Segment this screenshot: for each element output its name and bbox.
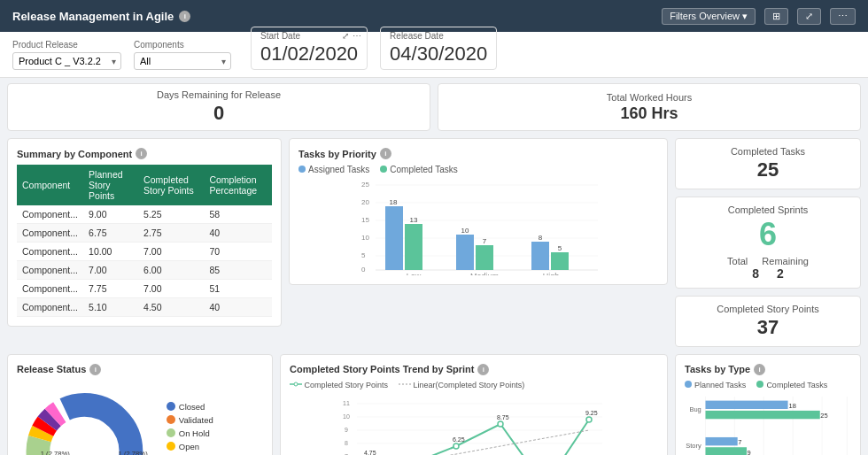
total-worked-value: 160 Hrs [620, 104, 678, 123]
table-cell: 10.00 [83, 243, 138, 261]
svg-text:Low: Low [407, 272, 422, 275]
product-release-filter: Product Release Product C _ V3.2.2 [12, 40, 121, 70]
svg-rect-17 [476, 245, 493, 270]
svg-text:9.25: 9.25 [585, 410, 598, 416]
svg-text:Medium: Medium [470, 272, 499, 275]
release-date-section: Release Date 04/30/2020 [380, 27, 497, 70]
release-status-title: Release Status [17, 364, 86, 374]
date-section: Start Date 01/02/2020 ⤢ ⋯ [251, 27, 368, 70]
table-cell: 5.25 [138, 205, 204, 224]
tasks-priority-title: Tasks by Priority [298, 149, 376, 159]
tasks-priority-card: Tasks by Priority i Assigned Tasks Compl… [289, 138, 668, 285]
svg-text:7: 7 [483, 237, 487, 245]
svg-text:Bug: Bug [689, 405, 701, 413]
table-row: Component...5.104.5040 [17, 298, 272, 317]
svg-text:10: 10 [461, 227, 469, 235]
components-select[interactable]: All [134, 52, 231, 70]
expand-button[interactable]: ⤢ [797, 8, 821, 25]
release-status-donut: 1 (2.78%) 1 (2.78%) 3 (5.96%) 4... 25 (6… [17, 381, 152, 455]
table-cell: 58 [204, 205, 272, 224]
tasks-priority-info-icon[interactable]: i [380, 148, 391, 159]
table-cell: Component... [17, 224, 83, 243]
completed-sprints-title: Completed Sprints [728, 204, 809, 215]
svg-rect-21 [551, 252, 569, 270]
summary-info-icon[interactable]: i [136, 148, 147, 159]
expand-date-icon[interactable]: ⤢ [342, 31, 349, 41]
completed-legend: Completed Tasks [380, 165, 458, 174]
svg-text:5: 5 [558, 244, 562, 252]
table-row: Component...6.752.7540 [17, 224, 272, 243]
table-cell: 6.75 [83, 224, 138, 243]
table-row: Component...9.005.2558 [17, 205, 272, 224]
sp-trend-card: Completed Story Points Trend by Sprint i… [280, 354, 668, 455]
table-cell: Component... [17, 243, 83, 261]
product-release-select[interactable]: Product C _ V3.2.2 [12, 52, 121, 70]
summary-table: Component Planned Story Points Completed… [17, 165, 272, 317]
completed-sprints-value: 6 [759, 217, 777, 252]
table-cell: Component... [17, 261, 83, 280]
donut-legend: Closed Validated On Hold Open Code Revie… [167, 402, 263, 455]
summary-title: Summary by Component [17, 149, 132, 159]
release-date-label: Release Date [390, 31, 444, 41]
days-remaining-value: 0 [213, 102, 224, 125]
filters-bar: Product Release Product C _ V3.2.2 Compo… [0, 32, 868, 78]
tasks-priority-chart: 25 20 15 10 5 0 18 1 [298, 178, 658, 275]
summary-card: Summary by Component i Component Planned… [7, 138, 282, 327]
svg-text:7: 7 [738, 438, 741, 446]
components-filter: Components All [134, 40, 231, 70]
col-completed-sp: Completed Story Points [138, 165, 204, 205]
days-remaining-card: Days Remaining for Release 0 [7, 83, 430, 131]
svg-text:11: 11 [343, 400, 350, 406]
svg-text:5: 5 [361, 251, 366, 259]
svg-line-71 [368, 430, 589, 455]
svg-text:1 (2.78%): 1 (2.78%) [119, 449, 149, 455]
svg-text:8: 8 [345, 440, 348, 446]
right-kpis: Completed Tasks 25 Completed Sprints 6 T… [675, 138, 861, 347]
filters-overview-button[interactable]: Filters Overview ▾ [662, 8, 756, 25]
svg-text:25: 25 [820, 412, 827, 420]
sp-trend-info-icon[interactable]: i [477, 364, 489, 375]
svg-text:High: High [543, 272, 560, 275]
completed-tasks-value: 25 [757, 158, 779, 181]
table-row: Component...7.757.0051 [17, 280, 272, 298]
start-date-value: 01/02/2020 [260, 42, 358, 66]
table-cell: 5.10 [83, 298, 138, 317]
svg-point-62 [498, 421, 503, 427]
total-worked-card: Total Worked Hours 160 Hrs [438, 83, 861, 131]
svg-rect-88 [706, 400, 788, 408]
tasks-by-type-info-icon[interactable]: i [754, 364, 765, 375]
table-row: Component...7.006.0085 [17, 261, 272, 280]
svg-text:8.75: 8.75 [497, 414, 509, 420]
completed-tasks-card: Completed Tasks 25 [675, 138, 861, 189]
sprints-sub: Total Remaining [727, 256, 809, 266]
header-info-icon[interactable]: i [179, 11, 190, 22]
table-cell: 2.75 [138, 224, 204, 243]
svg-text:Story: Story [686, 442, 701, 450]
completed-tasks-type-legend: Completed Tasks [756, 381, 827, 389]
share-button[interactable]: ⊞ [764, 8, 788, 25]
svg-text:10: 10 [361, 234, 369, 242]
more-button[interactable]: ⋯ [830, 8, 856, 25]
release-status-info-icon[interactable]: i [89, 364, 101, 375]
sp-legend: Completed Story Points [290, 381, 388, 389]
tasks-by-type-card: Tasks by Type i Planned Tasks Completed … [675, 354, 861, 455]
svg-text:15: 15 [361, 216, 369, 224]
planned-legend: Planned Tasks [685, 381, 746, 389]
tasks-by-type-chart: Bug Story Technical Story 18 [685, 393, 851, 455]
sprints-counts: 8 2 [752, 266, 784, 281]
svg-rect-93 [706, 447, 748, 455]
table-cell: 40 [204, 298, 272, 317]
svg-text:6.25: 6.25 [453, 436, 465, 443]
start-date-label: Start Date [260, 31, 300, 41]
linear-legend: Linear(Completed Story Points) [399, 381, 524, 389]
table-cell: Component... [17, 298, 83, 317]
sp-trend-chart: 11 10 9 8 7 6 5 4 [290, 397, 658, 455]
table-cell: 70 [204, 243, 272, 261]
dots-icon[interactable]: ⋯ [353, 31, 361, 41]
svg-text:20: 20 [361, 198, 369, 206]
table-cell: 85 [204, 261, 272, 280]
svg-rect-20 [531, 242, 549, 270]
table-cell: Component... [17, 280, 83, 298]
col-component: Component [17, 165, 83, 205]
completed-sp-label: Completed Story Points [717, 304, 819, 314]
